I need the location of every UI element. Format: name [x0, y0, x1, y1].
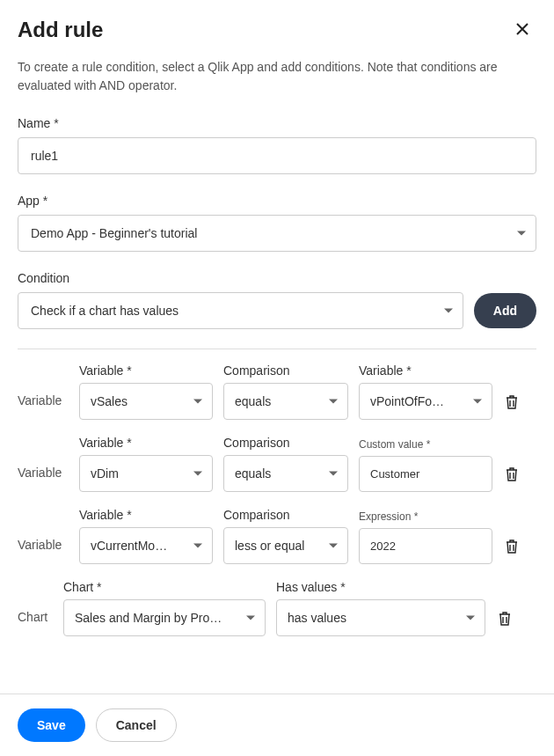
- custom-value-input[interactable]: [359, 456, 492, 492]
- row-type-label: Chart: [18, 610, 53, 636]
- dialog-title: Add rule: [18, 18, 103, 42]
- right-col-header: Custom value *: [359, 438, 492, 451]
- variable-col-header: Variable *: [79, 363, 213, 378]
- close-button[interactable]: [508, 18, 536, 42]
- variable-select[interactable]: vSales: [79, 383, 213, 420]
- trash-icon: [506, 395, 518, 409]
- trash-icon: [506, 467, 518, 481]
- right-col-header: Variable *: [359, 363, 492, 378]
- condition-row: Variable Variable * vCurrentMo… Comparis…: [18, 508, 536, 564]
- has-values-select[interactable]: has values: [276, 599, 485, 636]
- dialog-footer: Save Cancel: [0, 694, 554, 756]
- trash-icon: [506, 539, 518, 554]
- app-select[interactable]: Demo App - Beginner's tutorial: [18, 215, 536, 252]
- has-values-col-header: Has values *: [276, 580, 485, 594]
- row-type-label: Variable: [18, 538, 69, 564]
- divider: [18, 349, 536, 349]
- delete-row-button[interactable]: [503, 539, 521, 564]
- name-label: Name *: [18, 116, 536, 130]
- comparison-select[interactable]: equals: [223, 455, 348, 492]
- trash-icon: [499, 612, 511, 626]
- comparison-col-header: Comparison: [223, 363, 348, 378]
- add-condition-button[interactable]: Add: [474, 293, 536, 328]
- row-type-label: Variable: [18, 393, 69, 420]
- variable-select[interactable]: vDim: [79, 455, 213, 492]
- right-col-header: Expression *: [359, 510, 492, 523]
- condition-label: Condition: [18, 271, 536, 285]
- right-variable-select[interactable]: vPointOfFo…: [359, 383, 492, 420]
- condition-row: Variable Variable * vDim Comparison equa…: [18, 436, 536, 492]
- cancel-button[interactable]: Cancel: [96, 708, 177, 742]
- dialog-description: To create a rule condition, select a Qli…: [18, 58, 536, 95]
- name-input[interactable]: [18, 137, 536, 174]
- variable-col-header: Variable *: [79, 436, 213, 450]
- expression-input[interactable]: [359, 528, 492, 564]
- variable-col-header: Variable *: [79, 508, 213, 522]
- chart-condition-row: Chart Chart * Sales and Margin by Pro… H…: [18, 580, 536, 636]
- comparison-col-header: Comparison: [223, 508, 348, 522]
- chart-select[interactable]: Sales and Margin by Pro…: [63, 599, 266, 636]
- comparison-col-header: Comparison: [223, 436, 348, 450]
- row-type-label: Variable: [18, 466, 69, 492]
- chart-col-header: Chart *: [63, 580, 266, 594]
- comparison-select[interactable]: equals: [223, 383, 348, 420]
- variable-select[interactable]: vCurrentMo…: [79, 527, 213, 564]
- delete-row-button[interactable]: [496, 612, 514, 636]
- close-icon: [515, 22, 529, 36]
- delete-row-button[interactable]: [503, 467, 521, 492]
- condition-select[interactable]: Check if a chart has values: [18, 292, 463, 329]
- delete-row-button[interactable]: [503, 395, 521, 420]
- app-label: App *: [18, 194, 536, 208]
- condition-row: Variable Variable * vSales Comparison eq…: [18, 363, 536, 420]
- save-button[interactable]: Save: [18, 708, 85, 742]
- comparison-select[interactable]: less or equal: [223, 527, 348, 564]
